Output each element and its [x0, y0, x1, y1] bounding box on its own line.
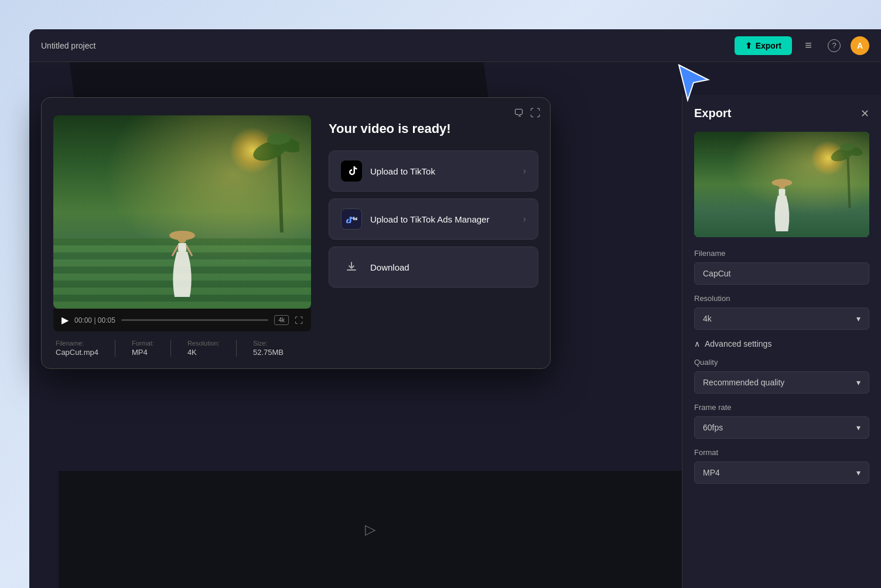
- upload-tiktok-ads-button[interactable]: Upload to TikTok Ads Manager ›: [329, 199, 538, 240]
- export-close-button[interactable]: ✕: [860, 107, 869, 120]
- svg-rect-9: [353, 217, 354, 220]
- tiktok-ads-icon: [341, 208, 362, 230]
- resolution-chevron-icon: ▾: [856, 314, 860, 323]
- modal-top-icons: 🗨 ⛶: [514, 107, 541, 119]
- frame-rate-select-value: 60fps: [703, 423, 723, 432]
- download-arrow-svg: [346, 261, 357, 273]
- thumbnail-woman-svg: [770, 176, 794, 231]
- quality-chevron-icon: ▾: [856, 378, 860, 387]
- menu-button[interactable]: ≡: [799, 36, 818, 55]
- modal-content: ▶ 00:00 | 00:05 4k ⛶: [53, 115, 538, 357]
- export-label: Export: [756, 41, 781, 50]
- quality-badge-label: 4k: [278, 317, 285, 323]
- filename-field-label: Filename: [694, 249, 869, 258]
- resolution-select[interactable]: 4k ▾: [694, 307, 869, 330]
- tiktok-btn-left: Upload to TikTok: [341, 160, 435, 182]
- help-button[interactable]: ?: [825, 36, 844, 55]
- tiktok-ads-logo-svg: [344, 215, 358, 223]
- export-thumbnail: [694, 132, 869, 237]
- frame-rate-field: Frame rate 60fps ▾: [694, 403, 869, 439]
- tiktok-ads-chevron-icon: ›: [523, 214, 526, 224]
- download-button[interactable]: Download: [329, 247, 538, 288]
- quality-badge-button[interactable]: 4k: [274, 315, 289, 325]
- file-info: Filename: CapCut.mp4 Format: MP4 Resolut…: [53, 340, 311, 357]
- timeline-area: ▷: [59, 471, 682, 588]
- filename-field: Filename: [694, 249, 869, 285]
- format-select[interactable]: MP4 ▾: [694, 461, 869, 484]
- resolution-label: Resolution:: [187, 340, 220, 347]
- avatar-label: A: [857, 41, 863, 50]
- hamburger-icon: ≡: [805, 39, 812, 52]
- top-bar-actions: ⬆ Export ≡ ? A: [735, 36, 869, 55]
- video-player-section: ▶ 00:00 | 00:05 4k ⛶: [53, 115, 311, 357]
- frame-rate-field-label: Frame rate: [694, 403, 869, 412]
- resolution-field: Resolution 4k ▾: [694, 294, 869, 330]
- resolution-info: Resolution: 4K: [187, 340, 220, 357]
- divider-3: [236, 340, 237, 357]
- download-icon: [341, 257, 362, 278]
- svg-line-0: [279, 151, 282, 233]
- tiktok-logo-svg: [345, 165, 358, 177]
- advanced-settings-toggle[interactable]: ∧ Advanced settings: [694, 339, 771, 348]
- frame-rate-chevron-icon: ▾: [856, 423, 860, 432]
- format-info: Format: MP4: [132, 340, 154, 357]
- video-container: [53, 115, 311, 309]
- export-panel-title: Export: [694, 107, 731, 120]
- svg-line-15: [848, 155, 849, 208]
- svg-rect-11: [356, 217, 357, 220]
- size-info: Size: 52.75MB: [253, 340, 284, 357]
- fullscreen-icon: ⛶: [295, 316, 303, 325]
- play-icon: ▶: [62, 315, 69, 325]
- expand-button[interactable]: ⛶: [530, 107, 541, 119]
- timeline-play-icon: ▷: [365, 521, 375, 538]
- format-select-value: MP4: [703, 468, 720, 477]
- comment-icon: 🗨: [514, 107, 524, 119]
- time-display: 00:00 | 00:05: [74, 316, 115, 324]
- quality-select[interactable]: Recommended quality ▾: [694, 371, 869, 394]
- top-bar: Untitled project ⬆ Export ≡ ? A: [29, 29, 881, 62]
- quality-select-value: Recommended quality: [703, 378, 784, 387]
- filename-value: CapCut.mp4: [56, 348, 98, 357]
- format-value: MP4: [132, 348, 154, 357]
- play-button[interactable]: ▶: [62, 314, 69, 326]
- format-label: Format:: [132, 340, 154, 347]
- size-value: 52.75MB: [253, 348, 284, 357]
- download-btn-label: Download: [370, 262, 409, 272]
- export-panel-header: Export ✕: [694, 107, 869, 120]
- comment-button[interactable]: 🗨: [514, 107, 524, 119]
- video-ready-modal: 🗨 ⛶: [41, 97, 551, 369]
- svg-rect-6: [178, 243, 186, 252]
- total-time: 00:05: [98, 316, 115, 324]
- progress-bar[interactable]: [121, 319, 269, 321]
- avatar-button[interactable]: A: [851, 36, 869, 55]
- svg-rect-14: [778, 189, 785, 196]
- svg-point-13: [778, 182, 786, 189]
- fullscreen-button[interactable]: ⛶: [295, 316, 303, 325]
- filename-label: Filename:: [56, 340, 98, 347]
- svg-rect-10: [355, 218, 356, 220]
- filename-input[interactable]: [694, 262, 869, 285]
- download-btn-left: Download: [341, 257, 409, 278]
- tiktok-icon: [341, 160, 362, 182]
- ready-title: Your video is ready!: [329, 121, 538, 136]
- tiktok-btn-label: Upload to TikTok: [370, 166, 435, 176]
- export-panel: Export ✕ Filename: [682, 95, 881, 588]
- palm-tree-svg: [252, 115, 299, 233]
- expand-icon: ⛶: [530, 107, 541, 119]
- size-label: Size:: [253, 340, 284, 347]
- tiktok-ads-btn-label: Upload to TikTok Ads Manager: [370, 214, 489, 224]
- advanced-settings-label: Advanced settings: [705, 339, 771, 348]
- woman-silhouette-svg: [168, 227, 197, 297]
- project-title: Untitled project: [41, 41, 95, 50]
- upload-tiktok-button[interactable]: Upload to TikTok ›: [329, 151, 538, 192]
- main-area: ▷ 🗨 ⛶: [29, 62, 881, 588]
- thumbnail-palm-svg: [828, 132, 863, 208]
- export-arrow-icon: ⬆: [745, 41, 752, 50]
- divider-2: [170, 340, 171, 357]
- frame-rate-select[interactable]: 60fps ▾: [694, 416, 869, 439]
- tiktok-ads-btn-left: Upload to TikTok Ads Manager: [341, 208, 489, 230]
- help-icon: ?: [828, 39, 841, 52]
- export-button[interactable]: ⬆ Export: [735, 36, 792, 55]
- resolution-value: 4K: [187, 348, 220, 357]
- resolution-field-label: Resolution: [694, 294, 869, 303]
